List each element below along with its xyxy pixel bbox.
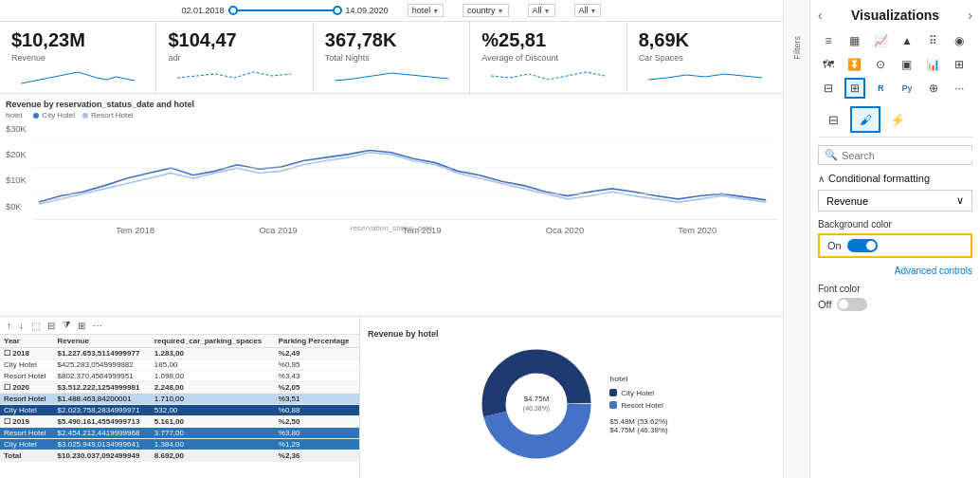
hotel-value-filter[interactable]: All ▼: [528, 4, 555, 17]
font-color-toggle[interactable]: [837, 298, 867, 311]
cell-pct: %2,05: [275, 382, 359, 394]
viz-table[interactable]: ⊟: [818, 78, 839, 99]
donut-area: Revenue by hotel $4.75M (46.38%) hotel: [360, 317, 783, 478]
cf-field-dropdown[interactable]: Revenue ∨: [818, 190, 972, 211]
tab-analytics[interactable]: ⚡: [882, 106, 913, 133]
svg-text:Oca 2019: Oca 2019: [259, 226, 297, 235]
top-chart-title: Revenue by reservation_status_date and h…: [6, 100, 777, 109]
bg-color-toggle[interactable]: [847, 239, 878, 252]
bg-color-toggle-row: On: [818, 233, 972, 258]
table-row: Total$10.230.037,0924999498.692,00%2,36: [0, 450, 359, 462]
expand-btn[interactable]: ⬚: [28, 320, 43, 332]
sort-asc-btn[interactable]: ↑: [4, 320, 14, 332]
viz-pie[interactable]: ◉: [949, 30, 970, 51]
donut-legend-title: hotel: [609, 375, 667, 383]
filters-label[interactable]: Filters: [790, 28, 804, 67]
cell-revenue: $3.025.949,0134999641: [54, 439, 151, 450]
cell-parking: 5.161,00: [151, 416, 275, 428]
kpi-revenue-sparkline: [11, 66, 144, 85]
viz-slicer[interactable]: ⊞: [949, 54, 970, 75]
cf-dropdown-arrow: ∨: [956, 194, 964, 207]
viz-decomp[interactable]: ⊕: [923, 78, 944, 99]
viz-funnel[interactable]: ⏬: [844, 54, 865, 75]
svg-text:$30K: $30K: [6, 124, 27, 134]
viz-scatter[interactable]: ⠿: [923, 30, 944, 51]
table-row: City Hotel$2.023.758,2834999971532,00%0,…: [0, 405, 359, 416]
advanced-controls-link[interactable]: Advanced controls: [818, 266, 972, 276]
cell-parking: 3.777,00: [151, 428, 275, 439]
viz-bar-chart[interactable]: ▦: [844, 30, 865, 51]
tab-fields[interactable]: ⊟: [818, 106, 848, 133]
cell-parking: 532,00: [151, 405, 275, 416]
cell-revenue: $2.023.758,2834999971: [54, 405, 151, 416]
date-slider[interactable]: [228, 5, 342, 16]
table-row: ☐ 2020$3.512.222,12549999812.248,00%2,05: [0, 382, 359, 394]
font-color-toggle-label: Off: [818, 299, 831, 310]
copy-btn[interactable]: ⊞: [75, 320, 88, 332]
collapse-btn[interactable]: ⊟: [45, 320, 58, 332]
sidebar-prev-arrow[interactable]: ‹: [818, 8, 823, 23]
resort-hotel-legend-label: Resort Hotel: [621, 401, 662, 410]
svg-text:$20K: $20K: [6, 150, 27, 159]
filter-btn[interactable]: ⧩: [60, 319, 73, 332]
viz-r[interactable]: R: [870, 78, 891, 99]
viz-gauge[interactable]: ⊙: [870, 54, 891, 75]
line-chart-wrapper: $30K $20K $10K $0K Tem 2018 Oca 2019 Tem…: [6, 121, 777, 237]
cell-year: ☐ 2019: [0, 416, 54, 428]
viz-card[interactable]: ▣: [897, 54, 917, 75]
legend-resort: Resort Hotel: [609, 401, 667, 410]
country-value-filter[interactable]: All ▼: [574, 4, 602, 17]
cell-sub: City Hotel: [0, 405, 54, 416]
city-hotel-value: $5.48M (53.62%): [609, 417, 667, 426]
visualizations-panel: ‹ Visualizations › ≡ ▦ 📈 ▲ ⠿ ◉ 🗺 ⏬ ⊙ ▣ 📊…: [809, 0, 980, 478]
cell-pct: %3,80: [275, 428, 359, 439]
table-row: ☐ 2019$5.490.161,45549997135.161,00%2,50: [0, 416, 359, 428]
kpi-nights-label: Total Nights: [325, 53, 458, 63]
tab-format[interactable]: 🖌: [850, 106, 880, 133]
svg-text:Oca 2020: Oca 2020: [546, 226, 584, 235]
viz-map[interactable]: 🗺: [818, 54, 839, 75]
kpi-adr-value: $104,47: [168, 29, 300, 51]
search-box[interactable]: 🔍: [818, 145, 972, 165]
viz-python[interactable]: Py: [897, 78, 917, 99]
table-scroll[interactable]: Year Revenue required_car_parking_spaces…: [0, 335, 359, 462]
viz-more[interactable]: ···: [949, 78, 970, 99]
sort-desc-btn[interactable]: ↓: [16, 320, 27, 332]
cell-parking: 1.098,00: [151, 371, 275, 382]
font-color-label: Font color: [818, 284, 972, 294]
cell-year: ☐ 2018: [0, 348, 54, 359]
hotel-dropdown-arrow: ▼: [432, 8, 439, 14]
table-row: City Hotel$425.283,0549999982185,00%0,95: [0, 359, 359, 371]
bottom-area: ↑ ↓ ⬚ ⊟ ⧩ ⊞ ⋯ Year Revenue required: [0, 317, 783, 478]
cf-section-header[interactable]: ∧ Conditional formatting: [818, 173, 972, 184]
hotel-filter[interactable]: hotel ▼: [408, 4, 444, 17]
sidebar-next-arrow[interactable]: ›: [968, 8, 972, 23]
table-row: Resort Hotel$1.488.463,842000011.710,00%…: [0, 394, 359, 405]
cell-parking: 1.384,00: [151, 439, 275, 450]
cell-revenue: $425.283,0549999982: [54, 359, 151, 371]
city-hotel-dot: [33, 113, 39, 119]
cell-parking: 1.710,00: [151, 394, 275, 405]
cell-parking: 2.248,00: [151, 382, 275, 394]
viz-stacked-bar[interactable]: ≡: [818, 30, 839, 51]
kpi-carspaces-sparkline: [639, 66, 771, 85]
viz-kpi[interactable]: 📊: [923, 54, 944, 75]
kpi-row: $10,23M Revenue $104,47 adr 367,78K Tota…: [0, 22, 783, 94]
more-btn[interactable]: ⋯: [90, 320, 105, 332]
viz-line-chart[interactable]: 📈: [870, 30, 891, 51]
cell-year: ☐ 2020: [0, 382, 54, 394]
date-range: 02.01.2018 14.09.2020: [182, 5, 389, 16]
kpi-carspaces-value: 8,69K: [639, 29, 771, 51]
filters-sidebar: Filters: [783, 0, 809, 478]
cf-bg-color-label: Background color: [818, 219, 972, 230]
viz-matrix[interactable]: ⊞: [844, 78, 865, 99]
search-input[interactable]: [842, 150, 972, 161]
viz-area-chart[interactable]: ▲: [897, 30, 917, 51]
svg-text:reservation_status_date: reservation_status_date: [351, 224, 433, 232]
sidebar-tabs: ⊟ 🖌 ⚡: [818, 106, 972, 138]
donut-title: Revenue by hotel: [368, 329, 439, 339]
resort-hotel-legend-dot: [609, 401, 617, 409]
col-pct: Parking Percentage: [275, 335, 359, 348]
col-year: Year: [0, 335, 54, 348]
country-filter[interactable]: country ▼: [463, 4, 508, 17]
